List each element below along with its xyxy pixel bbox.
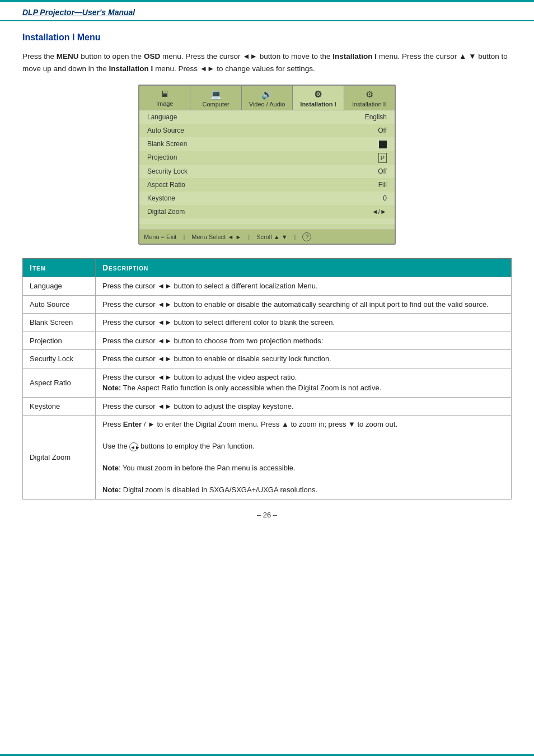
- blank-square-icon: [379, 141, 387, 148]
- desc-blankscreen: Press the cursor ◄► button to select dif…: [96, 314, 512, 332]
- table-row-blankscreen: Blank Screen Press the cursor ◄► button …: [23, 314, 512, 332]
- manual-title: DLP Projector—User's Manual: [22, 8, 135, 17]
- desc-projection: Press the cursor ◄► button to choose fro…: [96, 332, 512, 350]
- computer-icon: 💻: [193, 89, 238, 100]
- osd-tab-installation2: ⚙ Installation II: [344, 86, 395, 110]
- osd-row-keystone: Keystone 0: [139, 192, 395, 205]
- osd-footer: Menu = Exit | Menu Select ◄ ► | Scroll ▲…: [139, 230, 395, 244]
- item-language: Language: [23, 277, 96, 296]
- col-header-description: Description: [96, 259, 512, 277]
- item-blankscreen: Blank Screen: [23, 314, 96, 332]
- osd-row-blankscreen: Blank Screen: [139, 137, 395, 151]
- table-row-projection: Projection Press the cursor ◄► button to…: [23, 332, 512, 350]
- osd-row-autosource: Auto Source Off: [139, 124, 395, 137]
- tab-computer-label: Computer: [202, 101, 229, 108]
- osd-row-language: Language English: [139, 110, 395, 124]
- section-title: Installation I Menu: [22, 32, 512, 43]
- osd-row-empty2: [139, 224, 395, 230]
- osd-tab-image: 🖥 Image: [139, 86, 190, 110]
- header-area: DLP Projector—User's Manual: [0, 2, 534, 21]
- footer-scroll: Scroll ▲ ▼: [256, 234, 287, 240]
- table-row-aspect: Aspect Ratio Press the cursor ◄► button …: [23, 368, 512, 397]
- osd-menu-rows: Language English Auto Source Off Blank S…: [139, 110, 395, 230]
- item-autosource: Auto Source: [23, 295, 96, 314]
- osd-tab-computer: 💻 Computer: [190, 86, 241, 110]
- osd-row-aspect: Aspect Ratio Fill: [139, 178, 395, 192]
- main-content: Installation I Menu Press the MENU butto…: [0, 21, 534, 558]
- desc-digitalzoom: Press Enter / ► to enter the Digital Zoo…: [96, 416, 512, 500]
- table-row-language: Language Press the cursor ◄► button to s…: [23, 277, 512, 296]
- osd-tab-installation1: ⚙ Installation I: [293, 86, 344, 110]
- tab-image-label: Image: [156, 100, 174, 107]
- image-icon: 🖥: [142, 89, 188, 99]
- desc-language: Press the cursor ◄► button to select a d…: [96, 277, 512, 296]
- intro-paragraph: Press the MENU button to open the OSD me…: [22, 50, 512, 74]
- osd-tab-video: 🔊 Video / Audio: [242, 86, 293, 110]
- table-row-security: Security Lock Press the cursor ◄► button…: [23, 350, 512, 368]
- desc-autosource: Press the cursor ◄► button to enable or …: [96, 295, 512, 314]
- page-number: – 26 –: [22, 500, 512, 536]
- tab-installation2-label: Installation II: [352, 101, 387, 108]
- bottom-border: [0, 754, 534, 756]
- desc-keystone: Press the cursor ◄► button to adjust the…: [96, 397, 512, 416]
- osd-screenshot: 🖥 Image 💻 Computer 🔊 Video / Audio ⚙ Ins…: [138, 85, 396, 245]
- item-digitalzoom: Digital Zoom: [23, 416, 96, 500]
- video-icon: 🔊: [244, 89, 290, 100]
- osd-row-projection: Projection P: [139, 151, 395, 165]
- osd-tabs: 🖥 Image 💻 Computer 🔊 Video / Audio ⚙ Ins…: [139, 86, 395, 110]
- table-row-digitalzoom: Digital Zoom Press Enter / ► to enter th…: [23, 416, 512, 500]
- osd-row-digitalzoom: Digital Zoom ◄/►: [139, 205, 395, 218]
- desc-aspect: Press the cursor ◄► button to adjust the…: [96, 368, 512, 397]
- osd-row-empty1: [139, 218, 395, 224]
- table-row-autosource: Auto Source Press the cursor ◄► button t…: [23, 295, 512, 314]
- installation1-icon: ⚙: [295, 89, 341, 100]
- footer-menu-exit: Menu = Exit: [144, 234, 176, 240]
- tab-installation1-label: Installation I: [300, 101, 336, 108]
- footer-menu-select: Menu Select ◄ ►: [191, 234, 241, 240]
- item-keystone: Keystone: [23, 397, 96, 416]
- item-projection: Projection: [23, 332, 96, 350]
- item-security: Security Lock: [23, 350, 96, 368]
- table-row-keystone: Keystone Press the cursor ◄► button to a…: [23, 397, 512, 416]
- desc-security: Press the cursor ◄► button to enable or …: [96, 350, 512, 368]
- tab-video-label: Video / Audio: [249, 101, 285, 108]
- footer-help: ?: [302, 232, 311, 241]
- proj-box-icon: P: [378, 153, 387, 164]
- item-aspect: Aspect Ratio: [23, 368, 96, 397]
- description-table: Item Description Language Press the curs…: [22, 258, 512, 500]
- osd-row-security: Security Lock Off: [139, 165, 395, 178]
- col-header-item: Item: [23, 259, 96, 277]
- installation2-icon: ⚙: [346, 89, 392, 100]
